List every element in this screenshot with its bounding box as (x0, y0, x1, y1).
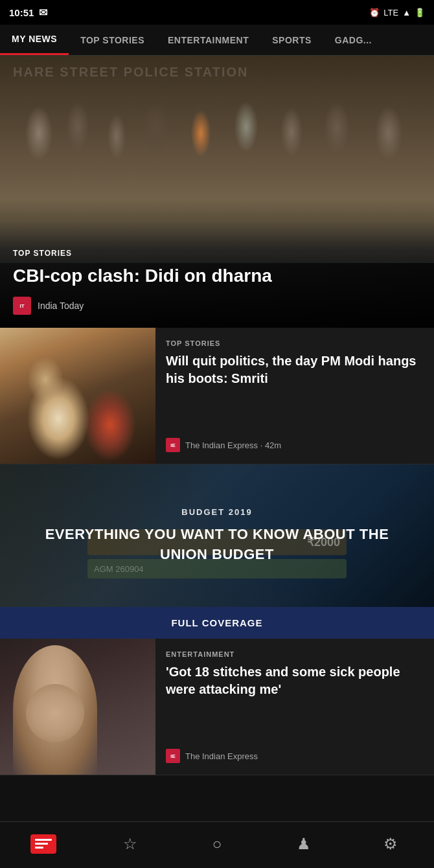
ent-source-name: The Indian Express (185, 751, 258, 761)
hero-source-name: India Today (38, 301, 84, 311)
budget-banner[interactable]: ₹2000 AGM 260904 BUDGET 2019 EVERYTHING … (0, 464, 434, 607)
search-icon: ○ (212, 835, 222, 853)
card-1-meta: The Indian Express · 42m (185, 440, 281, 450)
card-1-tag: TOP STORIES (166, 339, 424, 347)
ent-card-image (0, 639, 155, 775)
lte-label: LTE (383, 8, 398, 17)
news-card-1[interactable]: TOP STORIES Will quit politics, the day … (0, 328, 434, 464)
bottom-nav-settings[interactable]: ⚙ (371, 828, 410, 860)
nav-item-gadgets[interactable]: GADG... (323, 26, 383, 54)
news-card-1-content: TOP STORIES Will quit politics, the day … (155, 328, 434, 464)
card-1-source-abbr: IE (170, 442, 176, 448)
bottom-nav-share[interactable]: ♟ (284, 828, 323, 860)
hero-section[interactable]: HARE STREET POLICE STATION TOP STORIES C… (0, 56, 434, 328)
card-1-title: Will quit politics, the day PM Modi hang… (166, 352, 424, 429)
nav-item-my-news[interactable]: MY NEWS (0, 25, 69, 55)
ent-card-content: ENTERTAINMENT 'Got 18 stitches and some … (155, 639, 434, 775)
budget-tag: BUDGET 2019 (22, 507, 413, 517)
signal-icon: ▲ (402, 8, 411, 17)
news-card-1-image (0, 328, 155, 464)
bottom-nav-search[interactable]: ○ (198, 828, 236, 860)
bottom-nav: ☆ ○ ♟ ⚙ (0, 821, 434, 868)
alarm-icon: ⏰ (369, 8, 380, 17)
hero-source-logo: IT (13, 297, 31, 315)
nav-item-entertainment[interactable]: ENTERTAINMENT (156, 26, 260, 54)
email-icon: ✉ (39, 6, 47, 19)
ent-card[interactable]: ENTERTAINMENT 'Got 18 stitches and some … (0, 639, 434, 775)
battery-icon: 🔋 (415, 8, 425, 17)
person-icon: ♟ (297, 835, 311, 853)
card-1-source-icon: IE (166, 438, 180, 452)
hero-bg-text: HARE STREET POLICE STATION (0, 56, 434, 89)
bottom-nav-bookmarks[interactable]: ☆ (111, 828, 150, 860)
nav-bar: MY NEWS TOP STORIES ENTERTAINMENT SPORTS… (0, 25, 434, 56)
star-icon: ☆ (123, 835, 137, 853)
time-display: 10:51 (9, 7, 34, 18)
hero-source-abbr: IT (19, 303, 24, 309)
nav-item-top-stories[interactable]: TOP STORIES (69, 26, 156, 54)
hero-tag: TOP STORIES (13, 249, 421, 258)
hero-title: CBI-cop clash: Didi on dharna (13, 264, 421, 288)
budget-title: EVERYTHING YOU WANT TO KNOW ABOUT THE UN… (22, 525, 413, 565)
ent-tag: ENTERTAINMENT (166, 650, 424, 658)
ent-source-abbr: IE (170, 753, 176, 759)
nav-item-sports[interactable]: SPORTS (260, 26, 323, 54)
bottom-nav-news[interactable] (24, 828, 63, 860)
news-icon (30, 834, 56, 854)
full-coverage-button[interactable]: FULL COVERAGE (0, 607, 434, 639)
gear-icon: ⚙ (383, 835, 398, 853)
ent-title: 'Got 18 stitches and some sick people we… (166, 663, 424, 740)
ent-source-icon: IE (166, 749, 180, 763)
status-bar: 10:51 ✉ ⏰ LTE ▲ 🔋 (0, 0, 434, 25)
